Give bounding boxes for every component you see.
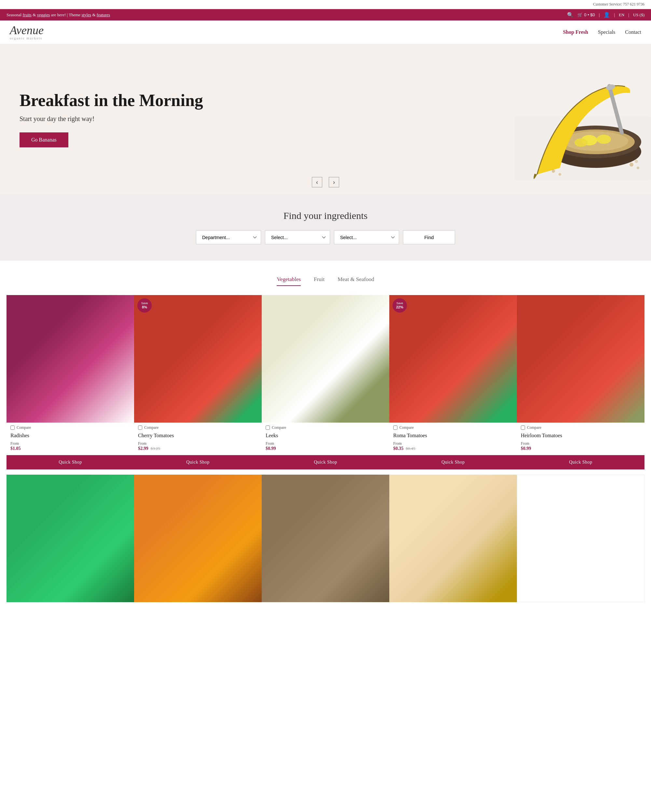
hero-next-button[interactable]: › bbox=[329, 177, 339, 188]
cart-icon: 🛒 bbox=[578, 12, 583, 17]
save-badge-roma-tomatoes: Save 22% bbox=[393, 298, 407, 313]
region-selector[interactable]: US ($) bbox=[633, 12, 645, 18]
product-image-roma-tomatoes: Save 22% bbox=[389, 295, 517, 423]
product-grid-row1: Compare Radishes From $1.05 Quick Shop S… bbox=[6, 295, 645, 475]
hero-subtitle: Start your day the right way! bbox=[20, 115, 203, 123]
product-card-leeks: Compare Leeks From $0.99 Quick Shop bbox=[262, 295, 389, 475]
product-image-cherry-tomatoes: Save 8% bbox=[134, 295, 262, 423]
product-card-radishes: Compare Radishes From $1.05 Quick Shop bbox=[6, 295, 134, 475]
product-price-leeks: From $0.99 bbox=[262, 440, 389, 453]
product-name-heirloom-tomatoes: Heirloom Tomatoes bbox=[517, 431, 645, 440]
category-select[interactable]: Select... bbox=[265, 230, 330, 244]
cart-button[interactable]: 🛒 0 • $0 bbox=[578, 12, 595, 17]
product-image-onion bbox=[389, 475, 517, 602]
compare-row-cherry-tomatoes: Compare bbox=[134, 423, 262, 431]
hero-title: Breakfast in the Morning bbox=[20, 91, 203, 110]
compare-label-leeks: Compare bbox=[272, 425, 286, 430]
product-name-leeks: Leeks bbox=[262, 431, 389, 440]
svg-point-10 bbox=[552, 169, 555, 173]
product-price-heirloom-tomatoes: From $0.99 bbox=[517, 440, 645, 453]
compare-label-roma-tomatoes: Compare bbox=[399, 425, 414, 430]
announcement-seasonal: Seasonal bbox=[6, 12, 23, 17]
logo-text: Avenue bbox=[10, 24, 44, 36]
compare-row-heirloom-tomatoes: Compare bbox=[517, 423, 645, 431]
customer-service-text: Customer Service: 757 621 9736 bbox=[593, 2, 645, 6]
announcement-fruits-link[interactable]: fruits bbox=[23, 12, 31, 17]
quick-shop-cherry-tomatoes[interactable]: Quick Shop bbox=[134, 455, 262, 469]
product-image-carrots bbox=[134, 475, 262, 602]
find-controls: Department... Select... Select... Find bbox=[13, 230, 638, 244]
announcement-styles-link[interactable]: styles bbox=[82, 12, 92, 17]
find-button[interactable]: Find bbox=[403, 230, 455, 244]
svg-point-14 bbox=[635, 160, 638, 163]
nav-shop-fresh[interactable]: Shop Fresh bbox=[563, 29, 588, 35]
svg-point-7 bbox=[575, 138, 588, 147]
logo-subtext: organic markets bbox=[10, 36, 44, 40]
department-select[interactable]: Department... bbox=[196, 230, 261, 244]
account-icon-btn[interactable]: 👤 bbox=[604, 12, 610, 18]
tab-vegetables[interactable]: Vegetables bbox=[277, 273, 301, 285]
hero-image-area bbox=[228, 44, 651, 194]
announcement-right-icons: 🔍 🛒 0 • $0 | 👤 | EN | US ($) bbox=[567, 12, 645, 18]
compare-checkbox-heirloom-tomatoes[interactable] bbox=[521, 426, 525, 430]
hero-cta-button[interactable]: Go Bananas bbox=[20, 133, 68, 147]
compare-label-radishes: Compare bbox=[17, 425, 31, 430]
find-title: Find your ingredients bbox=[13, 210, 638, 221]
category-tabs: Vegetables Fruit Meat & Seafood bbox=[6, 273, 645, 285]
product-card-heirloom-tomatoes: Compare Heirloom Tomatoes From $0.99 Qui… bbox=[517, 295, 645, 475]
quick-shop-leeks[interactable]: Quick Shop bbox=[262, 455, 389, 469]
product-image-leeks bbox=[262, 295, 389, 423]
language-selector[interactable]: EN bbox=[619, 12, 624, 18]
compare-row-roma-tomatoes: Compare bbox=[389, 423, 517, 431]
tab-meat-seafood[interactable]: Meat & Seafood bbox=[338, 273, 374, 285]
product-name-roma-tomatoes: Roma Tomatoes bbox=[389, 431, 517, 440]
compare-checkbox-cherry-tomatoes[interactable] bbox=[138, 426, 142, 430]
quick-shop-radishes[interactable]: Quick Shop bbox=[6, 455, 134, 469]
compare-label-heirloom-tomatoes: Compare bbox=[527, 425, 541, 430]
product-card-carrots bbox=[134, 475, 262, 607]
logo[interactable]: Avenue organic markets bbox=[10, 24, 44, 40]
find-ingredients-section: Find your ingredients Department... Sele… bbox=[0, 194, 651, 261]
product-grid-row2 bbox=[6, 475, 645, 607]
hero-section: Breakfast in the Morning Start your day … bbox=[0, 44, 651, 194]
announcement-veggies-link[interactable]: veggies bbox=[37, 12, 50, 17]
hero-prev-button[interactable]: ‹ bbox=[312, 177, 322, 188]
compare-checkbox-roma-tomatoes[interactable] bbox=[393, 426, 397, 430]
main-nav: Shop Fresh Specials Contact bbox=[563, 29, 641, 35]
nav-specials[interactable]: Specials bbox=[598, 29, 615, 35]
compare-checkbox-radishes[interactable] bbox=[11, 426, 15, 430]
product-image-herbs bbox=[262, 475, 389, 602]
hero-illustration bbox=[488, 51, 651, 188]
hero-navigation: ‹ › bbox=[312, 177, 339, 188]
tab-fruit[interactable]: Fruit bbox=[314, 273, 324, 285]
nav-contact[interactable]: Contact bbox=[625, 29, 641, 35]
product-image-heirloom-tomatoes bbox=[517, 295, 645, 423]
product-card-empty bbox=[517, 475, 645, 607]
announcement-text: Seasonal fruits & veggies are here! | Th… bbox=[6, 12, 110, 18]
svg-point-6 bbox=[597, 135, 611, 144]
quick-shop-heirloom-tomatoes[interactable]: Quick Shop bbox=[517, 455, 645, 469]
product-price-radishes: From $1.05 bbox=[6, 440, 134, 453]
hero-content: Breakfast in the Morning Start your day … bbox=[0, 71, 223, 167]
site-header: Avenue organic markets Shop Fresh Specia… bbox=[0, 20, 651, 44]
product-name-radishes: Radishes bbox=[6, 431, 134, 440]
product-image-cucumbers bbox=[6, 475, 134, 602]
compare-label-cherry-tomatoes: Compare bbox=[144, 425, 159, 430]
announcement-features-link[interactable]: features bbox=[97, 12, 110, 17]
product-card-onion bbox=[389, 475, 517, 607]
svg-point-13 bbox=[637, 166, 639, 169]
compare-row-leeks: Compare bbox=[262, 423, 389, 431]
products-section: Vegetables Fruit Meat & Seafood Compare … bbox=[0, 261, 651, 620]
search-icon-btn[interactable]: 🔍 bbox=[567, 12, 573, 18]
svg-point-11 bbox=[559, 173, 561, 176]
product-name-cherry-tomatoes: Cherry Tomatoes bbox=[134, 431, 262, 440]
subcategory-select[interactable]: Select... bbox=[334, 230, 399, 244]
product-card-herbs bbox=[262, 475, 389, 607]
save-badge-cherry-tomatoes: Save 8% bbox=[138, 298, 152, 313]
quick-shop-roma-tomatoes[interactable]: Quick Shop bbox=[389, 455, 517, 469]
customer-service-bar: Customer Service: 757 621 9736 bbox=[0, 0, 651, 9]
announcement-bar: Seasonal fruits & veggies are here! | Th… bbox=[0, 9, 651, 20]
compare-row-radishes: Compare bbox=[6, 423, 134, 431]
compare-checkbox-leeks[interactable] bbox=[266, 426, 270, 430]
svg-point-12 bbox=[630, 163, 633, 166]
